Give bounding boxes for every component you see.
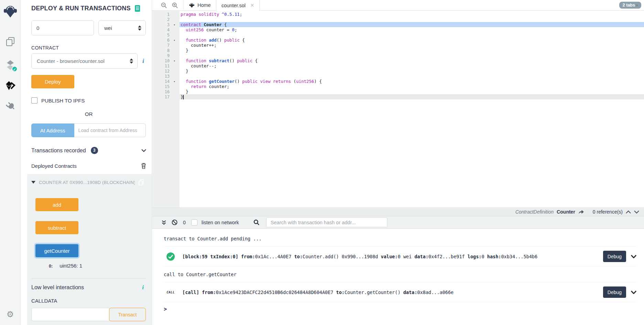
deploy-run-panel: DEPLOY & RUN TRANSACTIONS wei CONTRACT C…	[21, 0, 152, 325]
line-number[interactable]: 3▾	[152, 22, 180, 27]
fn-add-button[interactable]: add	[35, 198, 78, 211]
terminal-prompt[interactable]: >	[164, 302, 636, 312]
transact-button[interactable]: Transact	[109, 308, 146, 321]
code-line[interactable]: pragma solidity ^0.5.11;	[180, 12, 644, 17]
contract-select[interactable]: Counter - browser/counter.sol	[31, 53, 138, 69]
tab-counter-sol[interactable]: counter.sol ✕	[216, 0, 260, 11]
code-line[interactable]: }	[180, 48, 644, 53]
contract-info-icon[interactable]: i	[142, 58, 144, 65]
fold-arrow-icon[interactable]: ▾	[171, 39, 178, 42]
line-number[interactable]: 4	[152, 27, 180, 32]
line-number[interactable]: 1	[152, 12, 180, 17]
code-line[interactable]: return counter;	[180, 84, 644, 89]
line-number[interactable]: 7	[152, 43, 180, 48]
contract-select-value: Counter - browser/counter.sol	[37, 58, 105, 64]
at-address-button[interactable]: At Address	[31, 123, 74, 137]
zoom-in-icon[interactable]	[172, 2, 178, 8]
copy-address-icon[interactable]	[138, 179, 144, 186]
terminal-search-input[interactable]	[266, 217, 387, 227]
chevron-down-icon[interactable]	[634, 210, 639, 214]
contract-instance-header[interactable]: COUNTER AT 0X990...1908D (BLOCKCHAIN)	[31, 179, 146, 186]
clear-pending-icon[interactable]	[172, 219, 178, 225]
at-address-input[interactable]	[74, 123, 146, 137]
code-line[interactable]: counter--;	[180, 63, 644, 68]
goto-definition-icon[interactable]	[578, 209, 584, 214]
code-line[interactable]: }	[180, 68, 644, 74]
trash-icon[interactable]	[141, 163, 146, 169]
solidity-compiler-icon[interactable]: ✓	[4, 59, 16, 71]
tx-summary[interactable]: [block:59 txIndex:0] from:0x1Ac...4A0E7 …	[182, 254, 603, 259]
references-count: 0 reference(s)	[593, 209, 623, 215]
code-line[interactable]: }	[180, 94, 644, 99]
tx-summary[interactable]: [call] from:0x1Ace9423DACFC22d4510B6dc02…	[182, 290, 603, 295]
publish-ipfs-checkbox[interactable]	[31, 97, 37, 104]
code-line[interactable]	[180, 32, 644, 37]
deploy-button[interactable]: Deploy	[31, 75, 74, 88]
line-number[interactable]: 8	[152, 48, 180, 53]
chevron-down-icon[interactable]	[141, 149, 146, 152]
tabs-count-badge[interactable]: 2 tabs	[619, 2, 641, 9]
chevron-down-icon	[31, 181, 35, 184]
code-line[interactable]: uint256 counter = 0;	[180, 27, 644, 32]
plugin-manager-icon[interactable]	[4, 100, 16, 112]
expand-terminal-icon[interactable]	[162, 220, 166, 225]
code-line[interactable]: }	[180, 89, 644, 94]
remix-logo-icon[interactable]	[2, 3, 18, 19]
listen-network-checkbox[interactable]	[191, 219, 197, 226]
terminal-tx-entry: CALL[call] from:0x1Ace9423DACFC22d4510B6…	[164, 282, 636, 302]
fn-subtract-button[interactable]: subtract	[35, 221, 78, 234]
fold-arrow-icon[interactable]: ▾	[171, 59, 178, 63]
fold-arrow-icon[interactable]: ▾	[171, 80, 178, 83]
low-level-info-icon[interactable]: i	[142, 284, 144, 291]
fn-getcounter-button[interactable]: getCounter	[35, 244, 78, 257]
file-explorer-icon[interactable]	[4, 36, 16, 47]
line-number[interactable]: 13	[152, 74, 180, 79]
transactions-recorded-row[interactable]: Transactions recorded 3	[31, 147, 146, 154]
line-number[interactable]: 2	[152, 17, 180, 22]
code-line[interactable]: function add() public {	[180, 37, 644, 43]
line-number[interactable]: 12	[152, 68, 180, 74]
chevron-up-icon[interactable]	[626, 210, 631, 214]
code-line[interactable]: counter++;	[180, 43, 644, 48]
value-input[interactable]	[31, 20, 94, 35]
code-line[interactable]	[180, 53, 644, 58]
debug-button[interactable]: Debug	[603, 286, 626, 298]
settings-gear-icon[interactable]: ⚙	[4, 308, 16, 320]
listen-network-label: listen on network	[202, 220, 239, 225]
zoom-out-icon[interactable]	[161, 2, 167, 8]
code-line[interactable]	[180, 74, 644, 79]
chevron-down-icon[interactable]	[631, 291, 636, 294]
code-line[interactable]	[180, 17, 644, 22]
divider	[31, 278, 146, 279]
low-level-interactions-label: Low level interactions	[31, 284, 84, 291]
line-number[interactable]: 6▾	[152, 37, 180, 43]
line-number[interactable]: 14▾	[152, 79, 180, 84]
editor-code[interactable]: pragma solidity ^0.5.11;contract Counter…	[180, 11, 644, 207]
code-line[interactable]: contract Counter {	[180, 22, 644, 27]
line-number[interactable]: 11	[152, 63, 180, 68]
ast-node-type: ContractDefinition	[515, 209, 554, 215]
deploy-run-icon[interactable]	[4, 80, 16, 91]
fold-arrow-icon[interactable]: ▾	[171, 23, 178, 26]
calldata-label: CALLDATA	[31, 298, 146, 304]
line-number[interactable]: 17	[152, 94, 180, 99]
line-number[interactable]: 16	[152, 89, 180, 94]
terminal-content[interactable]: transact to Counter.add pending ...[bloc…	[152, 229, 644, 325]
terminal-toolbar: 0 listen on network	[152, 216, 644, 229]
unit-select[interactable]: wei	[98, 20, 146, 35]
chevron-down-icon[interactable]	[631, 255, 636, 258]
line-number[interactable]: 10▾	[152, 58, 180, 63]
docs-link-icon[interactable]	[135, 5, 140, 12]
calldata-input[interactable]	[31, 308, 109, 321]
tab-home[interactable]: Home	[183, 0, 216, 10]
close-tab-icon[interactable]: ✕	[250, 3, 254, 8]
terminal-log-line: call to Counter.getCounter	[164, 267, 636, 282]
code-line[interactable]: function subtract() public {	[180, 58, 644, 63]
code-line[interactable]: function getCounter() public view return…	[180, 79, 644, 84]
line-number[interactable]: 15	[152, 84, 180, 89]
main-area: 2 tabs Home	[152, 0, 644, 325]
line-number[interactable]: 9	[152, 53, 180, 58]
line-number[interactable]: 5	[152, 32, 180, 37]
return-value: uint256: 1	[60, 263, 82, 269]
debug-button[interactable]: Debug	[603, 251, 626, 262]
